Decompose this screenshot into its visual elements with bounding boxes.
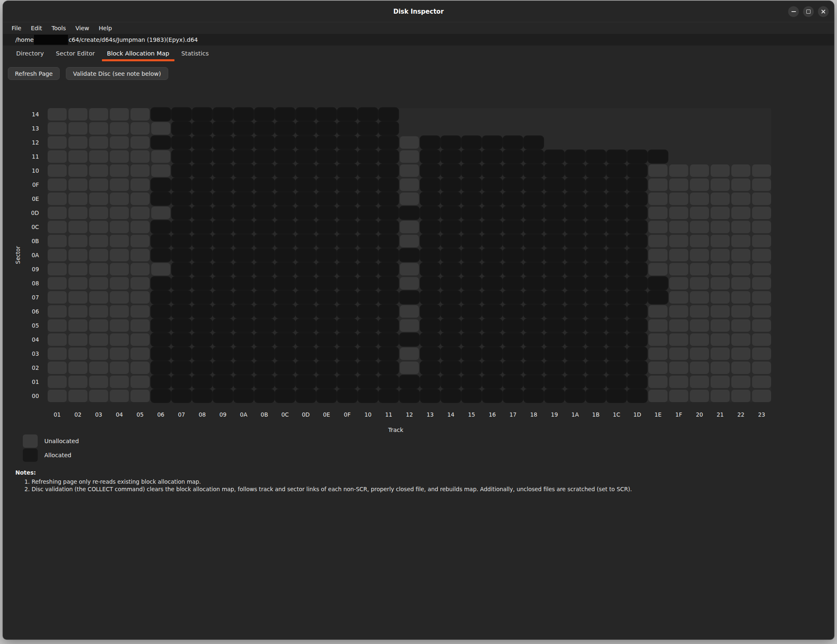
- track-label-07: 07: [172, 411, 191, 418]
- bam-cell: [586, 319, 605, 332]
- bam-cell: [234, 347, 253, 360]
- bam-cell: [172, 277, 191, 289]
- bam-cell: [483, 178, 502, 191]
- bam-cell: [358, 108, 377, 121]
- sector-label-0A: 0A: [3, 249, 44, 261]
- track-label-18: 18: [524, 411, 543, 418]
- bam-cell: [379, 362, 398, 374]
- bam-cell: [483, 150, 502, 163]
- bam-cell: [379, 390, 398, 402]
- bam-cell: [234, 235, 253, 247]
- bam-cell: [255, 249, 274, 261]
- bam-cell: [690, 235, 709, 247]
- validate-disc-button[interactable]: Validate Disc (see note below): [66, 67, 168, 80]
- bam-cell: [462, 390, 481, 402]
- tab-statistics[interactable]: Statistics: [177, 46, 214, 61]
- bam-cell: [172, 263, 191, 275]
- bam-cell: [110, 193, 129, 205]
- bam-cell: [379, 221, 398, 233]
- bam-cell: [400, 305, 419, 318]
- bam-cell: [193, 277, 212, 289]
- tab-directory[interactable]: Directory: [11, 46, 49, 61]
- bam-cell: [255, 193, 274, 205]
- bam-cell: [545, 305, 564, 318]
- bam-cell: [338, 178, 357, 191]
- menu-help[interactable]: Help: [97, 24, 113, 32]
- bam-cell: [48, 319, 67, 332]
- bam-cell: [68, 390, 87, 402]
- bam-cell: [110, 291, 129, 304]
- bam-cell: [421, 164, 440, 177]
- bam-cell: [131, 122, 150, 135]
- bam-cell: [545, 235, 564, 247]
- bam-cell: [48, 347, 67, 360]
- bam-cell: [276, 221, 295, 233]
- bam-cell: [731, 362, 750, 374]
- bam-cell: [752, 263, 771, 275]
- bam-cell: [151, 108, 170, 121]
- bam-cell: [462, 376, 481, 388]
- bam-cell: [731, 333, 750, 346]
- bam-cell: [338, 263, 357, 275]
- track-label-0F: 0F: [338, 411, 357, 418]
- bam-cell: [607, 362, 626, 374]
- refresh-page-button[interactable]: Refresh Page: [8, 67, 60, 80]
- track-label-08: 08: [193, 411, 212, 418]
- bam-cell: [317, 136, 336, 149]
- sector-label-06: 06: [3, 305, 44, 318]
- bam-cell: [151, 263, 170, 275]
- bam-cell: [690, 333, 709, 346]
- bam-cell: [566, 178, 585, 191]
- bam-cell: [462, 347, 481, 360]
- bam-cell: [400, 150, 419, 163]
- bam-cell: [172, 122, 191, 135]
- menu-tools[interactable]: Tools: [51, 24, 68, 32]
- bam-cell: [648, 221, 668, 233]
- bam-cell: [193, 207, 212, 219]
- legend-label-allocated: Allocated: [44, 452, 71, 458]
- bam-cell: [48, 277, 67, 289]
- bam-cell: [628, 319, 647, 332]
- track-axis-labels: 0102030405060708090A0B0C0D0E0F1011121314…: [48, 411, 771, 418]
- tab-sector-editor[interactable]: Sector Editor: [51, 46, 100, 61]
- track-axis-title: Track: [3, 427, 789, 433]
- bam-cell: [358, 122, 377, 135]
- bam-cell: [648, 207, 668, 219]
- bam-cell: [648, 263, 668, 275]
- bam-cell: [151, 277, 170, 289]
- bam-cell: [483, 136, 502, 149]
- bam-cell: [276, 376, 295, 388]
- bam-cell: [607, 305, 626, 318]
- file-path-prefix: /home: [15, 36, 34, 43]
- bam-cell: [441, 376, 460, 388]
- menu-view[interactable]: View: [74, 24, 90, 32]
- tab-block-allocation-map[interactable]: Block Allocation Map: [102, 46, 174, 61]
- bam-cell: [421, 305, 440, 318]
- bam-cell: [151, 136, 170, 149]
- bam-cell: [524, 136, 543, 149]
- bam-cell: [400, 193, 419, 205]
- bam-cell: [379, 235, 398, 247]
- bam-cell: [524, 150, 543, 163]
- bam-cell: [669, 193, 688, 205]
- track-label-1C: 1C: [607, 411, 626, 418]
- bam-cell: [628, 221, 647, 233]
- sector-label-14: 14: [3, 108, 44, 121]
- bam-cell: [545, 221, 564, 233]
- menu-edit[interactable]: Edit: [29, 24, 43, 32]
- bam-cell: [172, 136, 191, 149]
- bam-cell: [628, 150, 647, 163]
- minimize-button[interactable]: [788, 6, 799, 17]
- close-button[interactable]: [818, 6, 829, 17]
- bam-cell: [358, 150, 377, 163]
- bam-cell: [483, 193, 502, 205]
- maximize-button[interactable]: [803, 6, 814, 17]
- bam-cell: [338, 207, 357, 219]
- bam-cell: [193, 291, 212, 304]
- bam-cell: [255, 136, 274, 149]
- bam-cell: [545, 347, 564, 360]
- bam-cell: [255, 333, 274, 346]
- menu-file[interactable]: File: [10, 24, 22, 32]
- bam-cell: [607, 376, 626, 388]
- sector-label-0F: 0F: [3, 178, 44, 191]
